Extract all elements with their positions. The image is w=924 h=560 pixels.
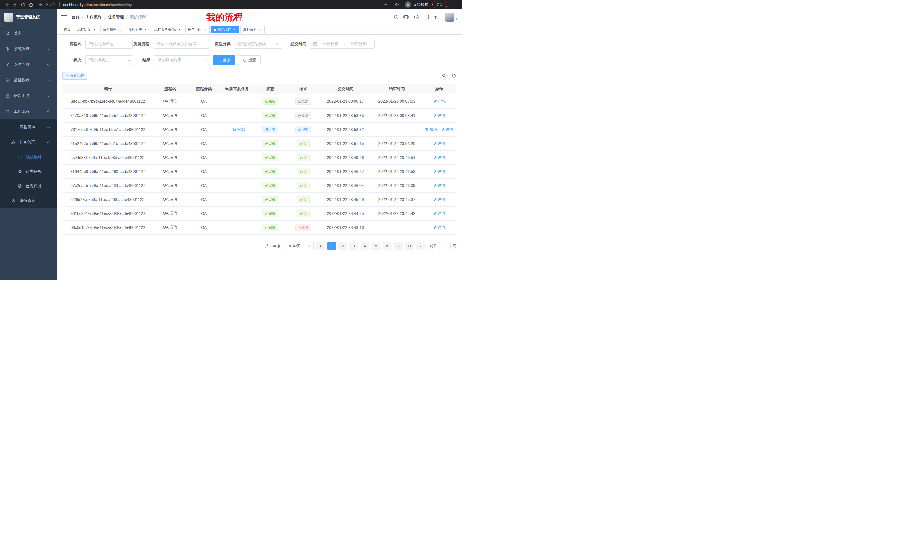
reset-button[interactable]: 重置 — [238, 55, 261, 65]
detail-link[interactable]: 详情 — [434, 211, 445, 216]
close-icon[interactable]: × — [118, 28, 122, 32]
app-logo[interactable]: 芋道管理系统 — [0, 9, 57, 25]
bookmark-star-icon[interactable] — [393, 1, 401, 9]
process-name-input[interactable] — [86, 39, 133, 48]
detail-link[interactable]: 详情 — [434, 225, 445, 230]
help-icon[interactable]: ? — [412, 13, 421, 21]
toggle-search-button[interactable] — [440, 72, 448, 79]
page-button-3[interactable]: 3 — [350, 242, 358, 250]
sidebar-item-leave-query[interactable]: 请假查询 — [0, 193, 57, 208]
status-select[interactable]: 请选择状态 — [86, 55, 134, 65]
search-button[interactable]: 搜索 — [213, 55, 235, 65]
chevron-right-icon — [419, 244, 422, 247]
update-button[interactable]: 更新 — [432, 1, 447, 8]
tab-my-process[interactable]: 我的流程× — [211, 26, 239, 33]
trash-icon — [425, 128, 429, 131]
next-page-button[interactable] — [416, 242, 425, 250]
tab-process-model[interactable]: 流程模型× — [100, 26, 124, 33]
cell-id: 819442e8-7b9a-11ec-a290-acde48001122 — [62, 165, 154, 178]
browser-menu-icon[interactable]: ⋮ — [451, 1, 459, 9]
jump-page-input[interactable] — [439, 242, 451, 250]
select-placeholder: 请选择流程分类 — [238, 41, 266, 46]
reload-icon[interactable] — [19, 1, 27, 9]
detail-link[interactable]: 详情 — [434, 113, 445, 118]
search-icon[interactable] — [392, 13, 400, 21]
sidebar-item-my-process[interactable]: 我的流程 — [0, 150, 57, 165]
github-icon[interactable] — [402, 13, 410, 21]
sidebar-item-done-tasks[interactable]: 已办任务 — [0, 179, 57, 193]
col-id: 编号 — [62, 84, 154, 94]
current-task-link[interactable]: 一级审批 — [229, 127, 245, 132]
cell-current-task — [221, 150, 253, 165]
detail-link[interactable]: 详情 — [434, 141, 445, 146]
detail-link[interactable]: 详情 — [434, 197, 445, 202]
start-date-placeholder: 开始日期 — [318, 41, 344, 46]
status-badge: 已完成 — [262, 140, 278, 147]
prev-page-button[interactable] — [316, 242, 325, 250]
edit-icon — [434, 212, 437, 215]
cell-submit-time: 2022-01-22 23:53:35 — [319, 108, 372, 123]
close-icon[interactable]: × — [232, 28, 236, 32]
page-button-6[interactable]: 6 — [383, 242, 392, 250]
profile-chip[interactable]: 无痕模式 — [405, 1, 428, 8]
page-button-11[interactable]: 11 — [405, 242, 414, 250]
tab-process-form[interactable]: 流程表单× — [126, 26, 150, 33]
submit-time-range-picker[interactable]: 开始日期 - 结束日期 — [310, 39, 375, 48]
back-icon[interactable] — [3, 1, 11, 9]
breadcrumb-item[interactable]: 工作流程 — [86, 15, 102, 20]
page-button-1[interactable]: 1 — [327, 242, 336, 250]
cell-current-task — [221, 108, 253, 123]
page-button-5[interactable]: 5 — [372, 242, 380, 250]
page-button-4[interactable]: 4 — [361, 242, 369, 250]
user-menu[interactable]: ▾ — [445, 13, 458, 22]
tab-user-group[interactable]: 用户分组× — [185, 26, 210, 33]
sidebar-item-infra[interactable]: 基础设施 — [0, 72, 57, 88]
sidebar-item-home[interactable]: 首页 — [0, 25, 57, 41]
more-pages-button[interactable]: ··· — [394, 242, 403, 250]
tab-start-process[interactable]: 发起流程× — [240, 26, 265, 33]
address-bar[interactable]: dashboard.yudao.iocoder.cn/bpm/task/my — [63, 3, 132, 7]
start-process-button[interactable]: 发起流程 — [62, 72, 87, 79]
password-key-icon[interactable] — [381, 1, 389, 9]
home-icon[interactable] — [27, 1, 35, 9]
detail-link[interactable]: 详情 — [441, 127, 453, 132]
detail-link[interactable]: 详情 — [434, 169, 445, 174]
fullscreen-icon[interactable] — [422, 13, 431, 21]
close-icon[interactable]: × — [177, 28, 182, 32]
refresh-table-button[interactable] — [452, 73, 456, 78]
sidebar-item-dev-tools[interactable]: 研发工具 — [0, 88, 57, 103]
hamburger-icon[interactable] — [61, 15, 67, 19]
page-size-select[interactable]: 10条/页 — [285, 242, 314, 250]
close-icon[interactable]: × — [92, 28, 96, 32]
forward-icon[interactable] — [11, 1, 19, 9]
sidebar-item-todo-tasks[interactable]: 待办任务 — [0, 165, 57, 179]
sidebar-item-process-mgmt[interactable]: 流程管理 — [0, 119, 57, 135]
user-icon — [11, 199, 15, 203]
close-icon[interactable]: × — [144, 28, 148, 32]
sidebar-item-label: 待办任务 — [26, 169, 42, 174]
font-size-icon[interactable]: TT — [433, 13, 441, 21]
sidebar-item-system[interactable]: 系统管理 — [0, 41, 57, 57]
status-badge: 已完成 — [262, 154, 278, 161]
sidebar-item-payment[interactable]: ¥ 支付管理 — [0, 57, 57, 72]
site-security[interactable]: 不安全 — [38, 2, 56, 7]
breadcrumb-item[interactable]: 首页 — [71, 15, 80, 20]
detail-link[interactable]: 详情 — [434, 155, 445, 160]
close-icon[interactable]: × — [258, 28, 262, 32]
detail-link[interactable]: 详情 — [434, 183, 445, 188]
process-definition-input[interactable] — [153, 39, 209, 48]
page-button-2[interactable]: 2 — [338, 242, 347, 250]
breadcrumb-item[interactable]: 任务管理 — [108, 15, 124, 20]
sidebar-item-task-mgmt[interactable]: 任务管理 — [0, 135, 57, 150]
sidebar-item-workflow[interactable]: 工作流程 — [0, 103, 57, 119]
result-select[interactable]: 请选择流结果 — [154, 55, 210, 65]
detail-link[interactable]: 详情 — [434, 99, 445, 104]
category-select[interactable]: 请选择流程分类 — [234, 39, 282, 48]
cell-submit-time: 2022-01-22 23:43:16 — [319, 220, 372, 234]
tab-home[interactable]: 首页 — [61, 26, 73, 33]
status-badge: 已完成 — [262, 210, 278, 217]
tab-process-form-edit[interactable]: 流程表单-编辑× — [152, 26, 184, 33]
cancel-link[interactable]: 取消 — [425, 127, 437, 132]
close-icon[interactable]: × — [203, 28, 207, 32]
tab-process-definition[interactable]: 流程定义× — [75, 26, 99, 33]
